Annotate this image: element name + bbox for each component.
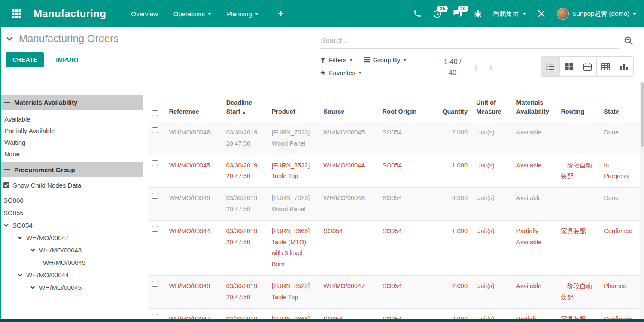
row-checkbox[interactable] [152, 160, 158, 166]
avatar [557, 8, 569, 20]
col-materials-availability[interactable]: Materials Availability [512, 95, 557, 122]
quick-add-button[interactable]: + [278, 8, 284, 19]
tools-icon[interactable] [537, 9, 546, 18]
pager: 1-40 / 40 ‹ › [440, 56, 495, 78]
window-bottom-edge [0, 319, 644, 322]
create-button[interactable]: CREATE [6, 52, 44, 67]
chevron-down-icon[interactable] [17, 272, 23, 278]
search-input[interactable] [320, 34, 619, 49]
filter-waiting[interactable]: Waiting [0, 137, 143, 148]
phone-icon[interactable] [413, 9, 422, 18]
section-procurement-group[interactable]: Procurement Group [0, 162, 143, 177]
col-unit-of-measure[interactable]: Unit of Measure [472, 95, 512, 122]
menu-planning[interactable]: Planning [227, 10, 258, 18]
row-checkbox[interactable] [152, 281, 158, 287]
grid-icon [12, 9, 21, 18]
view-kanban-button[interactable] [559, 57, 578, 76]
app-title: Manufacturing [33, 8, 106, 20]
tree-node-so055[interactable]: SO055 [0, 207, 143, 219]
breadcrumb-toggle-icon[interactable] [6, 35, 13, 42]
view-calendar-button[interactable] [578, 57, 596, 76]
tree-node-mo00048[interactable]: WH/MO/00048 [0, 244, 143, 256]
control-panel: Manufacturing Orders CREATE IMPORT [0, 27, 644, 82]
view-graph-button[interactable] [615, 57, 633, 76]
filters-dropdown[interactable]: Filters [320, 56, 353, 64]
chevron-down-icon [208, 13, 211, 15]
col-reference[interactable]: Reference [165, 95, 222, 122]
view-list-button[interactable] [541, 57, 559, 76]
company-switcher[interactable]: 尚鹏集团 [493, 10, 526, 18]
table-row[interactable]: WH/MO/00048 03/30/2019 20:47:50 [FURN_85… [148, 276, 640, 309]
tree-node-mo00044[interactable]: WH/MO/00044 [0, 269, 143, 281]
activities-icon[interactable]: 25 [433, 9, 442, 18]
search-icon[interactable] [623, 36, 634, 48]
breadcrumb: Manufacturing Orders [6, 33, 320, 45]
row-checkbox[interactable] [152, 193, 158, 199]
main-menu: Overview Operations Planning + [131, 8, 283, 19]
table-row[interactable]: WH/MO/00045 03/30/2019 20:47:50 [FURN_85… [148, 155, 640, 188]
tree-node-mo00047[interactable]: WH/MO/00047 [0, 231, 143, 244]
vertical-scrollbar[interactable] [640, 82, 644, 319]
table-row[interactable]: WH/MO/00046 03/30/2019 20:47:50 [FURN_70… [148, 122, 640, 155]
table-header-row: Reference Deadline Start ▴ Product Sourc… [148, 95, 640, 122]
chevron-down-icon[interactable] [30, 285, 36, 290]
group-by-icon [364, 57, 370, 63]
kanban-icon [565, 63, 573, 70]
menu-overview[interactable]: Overview [131, 10, 158, 18]
user-name: Sunpop超管 (demo) [572, 10, 629, 18]
navbar-systray: 25 10 尚鹏集团 [413, 8, 636, 20]
list-icon [546, 63, 555, 70]
favorites-dropdown[interactable]: ★ Favorites [320, 69, 362, 77]
chevron-down-icon [349, 59, 353, 61]
col-deadline-start[interactable]: Deadline Start ▴ [222, 95, 267, 122]
col-routing[interactable]: Routing [557, 95, 600, 122]
scrollbar-thumb[interactable] [641, 82, 644, 147]
chevron-down-icon [522, 13, 526, 15]
orders-list-view: Reference Deadline Start ▴ Product Sourc… [143, 95, 644, 322]
chevron-down-icon[interactable] [3, 222, 9, 228]
search-panel-sidebar: Materials Availability Available Partial… [0, 95, 143, 298]
filter-partially-available[interactable]: Partially Available [0, 125, 143, 137]
table-row[interactable]: WH/MO/00049 03/30/2019 20:47:50 [FURN_70… [148, 188, 640, 221]
tree-node-so060[interactable]: SO060 [0, 194, 143, 207]
chevron-down-icon[interactable] [30, 247, 36, 253]
show-child-nodes-toggle[interactable]: Show Child Nodes Data [0, 177, 143, 194]
select-all-checkbox[interactable] [152, 110, 158, 116]
filter-none[interactable]: None [0, 148, 143, 160]
tree-node-so054[interactable]: SO054 [0, 219, 143, 231]
collapse-icon [4, 102, 10, 103]
import-button[interactable]: IMPORT [53, 56, 82, 64]
col-root-origin[interactable]: Root Origin [378, 95, 430, 122]
show-child-nodes-checkbox[interactable] [3, 182, 9, 188]
pager-range: 1-40 / 40 [440, 56, 465, 78]
apps-menu-icon[interactable] [8, 5, 25, 22]
col-source[interactable]: Source [319, 95, 378, 122]
chevron-down-icon [358, 72, 362, 74]
view-pivot-button[interactable] [596, 57, 615, 76]
col-state[interactable]: State [599, 95, 640, 122]
col-product[interactable]: Product [267, 95, 319, 122]
pager-next-button[interactable]: › [487, 61, 495, 73]
group-by-dropdown[interactable]: Group By [364, 56, 407, 64]
tree-node-mo00045[interactable]: WH/MO/00045 [0, 281, 143, 294]
chevron-down-icon [255, 13, 258, 15]
bug-icon[interactable] [474, 9, 482, 18]
user-menu[interactable]: Sunpop超管 (demo) [557, 8, 636, 20]
row-checkbox[interactable] [152, 226, 158, 232]
col-quantity[interactable]: Quantity [430, 95, 472, 122]
pager-prev-button[interactable]: ‹ [472, 61, 480, 73]
messages-badge: 10 [458, 6, 468, 12]
table-row[interactable]: WH/MO/00044 03/30/2019 20:47:50 [FURN_96… [148, 220, 640, 275]
tree-node-mo00049[interactable]: WH/MO/00049 [0, 256, 143, 269]
calendar-icon [583, 63, 592, 71]
graph-icon [620, 63, 629, 70]
activities-badge: 25 [437, 6, 447, 12]
menu-operations[interactable]: Operations [173, 10, 211, 18]
chevron-down-icon[interactable] [17, 235, 23, 240]
row-checkbox[interactable] [152, 127, 158, 133]
section-materials-availability[interactable]: Materials Availability [0, 95, 143, 110]
sort-asc-icon: ▴ [243, 110, 245, 115]
messages-icon[interactable]: 10 [453, 9, 462, 18]
window-edge [0, 27, 1, 322]
filter-available[interactable]: Available [0, 113, 143, 125]
